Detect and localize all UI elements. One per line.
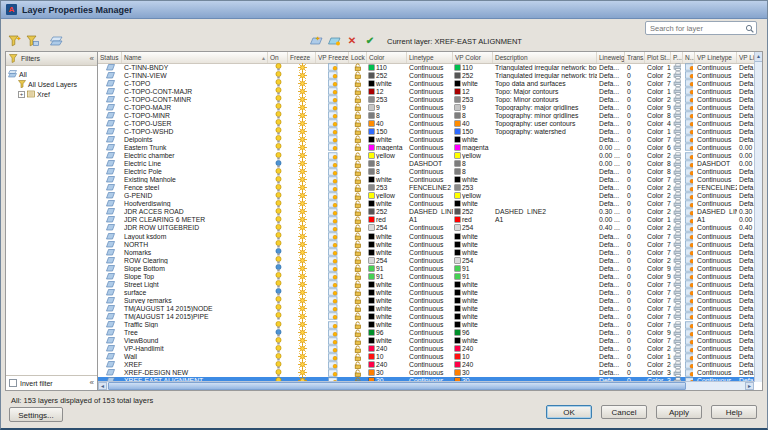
vp-freeze-cell[interactable] bbox=[316, 264, 349, 272]
column-header-on[interactable]: On bbox=[268, 52, 288, 63]
color-swatch[interactable] bbox=[369, 250, 374, 255]
status-cell[interactable] bbox=[98, 224, 122, 231]
lock-cell[interactable] bbox=[349, 240, 367, 248]
unlock-icon[interactable] bbox=[354, 208, 362, 216]
plot-cell[interactable] bbox=[671, 248, 683, 256]
plot-printer-icon[interactable] bbox=[673, 63, 681, 71]
new-vp-freeze-icon[interactable] bbox=[685, 95, 693, 103]
new-vp-freeze-cell[interactable] bbox=[683, 280, 695, 288]
on-cell[interactable] bbox=[268, 184, 288, 192]
on-cell[interactable] bbox=[268, 296, 288, 304]
lock-cell[interactable] bbox=[349, 143, 367, 151]
vp-freeze-cell[interactable] bbox=[316, 87, 349, 95]
layer-row[interactable]: TM(AUGUST 14 2015)NODEwhiteContinuouswhi… bbox=[98, 304, 754, 312]
lock-cell[interactable] bbox=[349, 312, 367, 320]
new-group-filter-button[interactable] bbox=[25, 35, 39, 48]
layer-row[interactable]: C-TOPOwhiteContinuouswhiteTopo data and … bbox=[98, 79, 754, 87]
new-vp-freeze-icon[interactable] bbox=[685, 240, 693, 248]
tree-item-all-used-layers[interactable]: All Used Layers bbox=[8, 79, 95, 89]
new-vp-freeze-icon[interactable] bbox=[685, 176, 693, 184]
on-cell[interactable] bbox=[268, 264, 288, 272]
plot-printer-icon[interactable] bbox=[673, 337, 681, 345]
plot-cell[interactable] bbox=[671, 232, 683, 240]
status-cell[interactable] bbox=[98, 64, 122, 71]
color-swatch[interactable] bbox=[369, 330, 374, 335]
plot-printer-icon[interactable] bbox=[673, 87, 681, 95]
plot-printer-icon[interactable] bbox=[673, 264, 681, 272]
plot-printer-icon[interactable] bbox=[673, 95, 681, 103]
unlock-icon[interactable] bbox=[354, 280, 362, 288]
plot-printer-icon[interactable] bbox=[673, 304, 681, 312]
status-cell[interactable] bbox=[98, 369, 122, 376]
plot-cell[interactable] bbox=[671, 71, 683, 79]
color-swatch[interactable] bbox=[369, 65, 374, 70]
new-vp-freeze-icon[interactable] bbox=[685, 264, 693, 272]
status-cell[interactable] bbox=[98, 160, 122, 167]
vp-freeze-cell[interactable] bbox=[316, 248, 349, 256]
plot-cell[interactable] bbox=[671, 168, 683, 176]
new-vp-freeze-icon[interactable] bbox=[685, 288, 693, 296]
plot-printer-icon[interactable] bbox=[673, 127, 681, 135]
vp-freeze-icon[interactable] bbox=[328, 329, 338, 337]
vp-freeze-cell[interactable] bbox=[316, 192, 349, 200]
on-bulb-icon[interactable] bbox=[275, 87, 282, 95]
vp-freeze-icon[interactable] bbox=[328, 103, 338, 111]
new-vp-freeze-icon[interactable] bbox=[685, 256, 693, 264]
tree-item-xref[interactable]: + Xref bbox=[8, 89, 95, 99]
on-bulb-icon[interactable] bbox=[275, 256, 282, 264]
column-header-description[interactable]: Description bbox=[493, 52, 597, 63]
new-vp-freeze-cell[interactable] bbox=[683, 232, 695, 240]
off-bulb-icon[interactable] bbox=[275, 264, 282, 272]
color-swatch[interactable] bbox=[455, 65, 460, 70]
layer-row[interactable]: Eastern TrunkmagentaContinuousmagenta0.0… bbox=[98, 143, 754, 151]
on-cell[interactable] bbox=[268, 288, 288, 296]
color-swatch[interactable] bbox=[455, 282, 460, 287]
color-swatch[interactable] bbox=[455, 250, 460, 255]
unlock-icon[interactable] bbox=[354, 264, 362, 272]
new-vp-freeze-icon[interactable] bbox=[685, 304, 693, 312]
vp-freeze-cell[interactable] bbox=[316, 160, 349, 168]
new-vp-freeze-cell[interactable] bbox=[683, 87, 695, 95]
on-bulb-icon[interactable] bbox=[275, 369, 282, 377]
color-swatch[interactable] bbox=[369, 209, 374, 214]
new-vp-freeze-icon[interactable] bbox=[685, 184, 693, 192]
lock-cell[interactable] bbox=[349, 321, 367, 329]
unlock-icon[interactable] bbox=[354, 184, 362, 192]
unlock-icon[interactable] bbox=[354, 296, 362, 304]
color-swatch[interactable] bbox=[455, 105, 460, 110]
plot-cell[interactable] bbox=[671, 321, 683, 329]
plot-printer-icon[interactable] bbox=[673, 152, 681, 160]
tree-item-all[interactable]: All bbox=[8, 69, 95, 79]
lock-cell[interactable] bbox=[349, 280, 367, 288]
new-vp-freeze-cell[interactable] bbox=[683, 240, 695, 248]
color-swatch[interactable] bbox=[455, 89, 460, 94]
collapse-filters-icon[interactable]: « bbox=[90, 55, 94, 63]
new-vp-freeze-cell[interactable] bbox=[683, 63, 695, 71]
layer-row[interactable]: TM(AUGUST 14 2015)PIPEwhiteContinuouswhi… bbox=[98, 312, 754, 320]
on-bulb-icon[interactable] bbox=[275, 345, 282, 353]
unlock-icon[interactable] bbox=[354, 119, 362, 127]
vp-freeze-cell[interactable] bbox=[316, 184, 349, 192]
unlock-icon[interactable] bbox=[354, 111, 362, 119]
on-cell[interactable] bbox=[268, 304, 288, 312]
layer-row[interactable]: C-TOPO-MINR8Continuous8Topography: minor… bbox=[98, 111, 754, 119]
on-bulb-icon[interactable] bbox=[275, 216, 282, 224]
on-cell[interactable] bbox=[268, 369, 288, 377]
unlock-icon[interactable] bbox=[354, 312, 362, 320]
lock-cell[interactable] bbox=[349, 87, 367, 95]
lock-cell[interactable] bbox=[349, 232, 367, 240]
layer-row[interactable]: Survey remarkswhiteContinuouswhiteDefa..… bbox=[98, 296, 754, 304]
new-vp-freeze-icon[interactable] bbox=[685, 312, 693, 320]
off-bulb-icon[interactable] bbox=[275, 248, 282, 256]
color-swatch[interactable] bbox=[369, 193, 374, 198]
unlock-icon[interactable] bbox=[354, 345, 362, 353]
on-bulb-icon[interactable] bbox=[275, 71, 282, 79]
lock-cell[interactable] bbox=[349, 288, 367, 296]
vp-freeze-icon[interactable] bbox=[328, 280, 338, 288]
on-cell[interactable] bbox=[268, 208, 288, 216]
search-input[interactable] bbox=[648, 24, 745, 33]
vp-freeze-icon[interactable] bbox=[328, 200, 338, 208]
plot-printer-icon[interactable] bbox=[673, 369, 681, 377]
plot-cell[interactable] bbox=[671, 312, 683, 320]
vp-freeze-cell[interactable] bbox=[316, 127, 349, 135]
